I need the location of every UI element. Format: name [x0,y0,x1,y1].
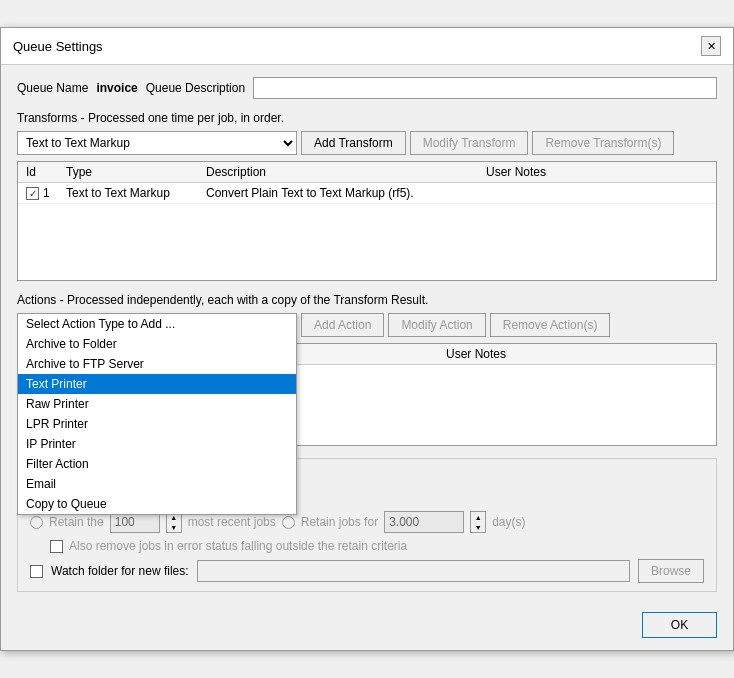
retain-the-label: Retain the [49,515,104,529]
add-action-button[interactable]: Add Action [301,313,384,337]
also-remove-label: Also remove jobs in error status falling… [69,539,407,553]
title-bar: Queue Settings ✕ [1,28,733,65]
transform-row-type: Text to Text Markup [66,186,206,200]
dropdown-item-archive-folder[interactable]: Archive to Folder [18,334,296,354]
watch-folder-row: Watch folder for new files: Browse [30,559,704,583]
transforms-col-type: Type [66,165,206,179]
ok-button[interactable]: OK [642,612,717,638]
also-remove-row: Also remove jobs in error status falling… [30,539,704,553]
dropdown-item-lpr-printer[interactable]: LPR Printer [18,414,296,434]
actions-dropdown-area: Select Action Type to Add ... Archive to… [17,313,297,337]
watch-folder-label: Watch folder for new files: [51,564,189,578]
transforms-toolbar: Text to Text Markup Add Transform Modify… [17,131,717,155]
add-transform-button[interactable]: Add Transform [301,131,406,155]
transforms-section-label: Transforms - Processed one time per job,… [17,111,717,125]
retain-jobs-label: Retain jobs for [301,515,378,529]
retain-days-down[interactable]: ▼ [471,522,485,532]
dropdown-item-archive-ftp[interactable]: Archive to FTP Server [18,354,296,374]
transform-row-id: ✓ 1 [26,186,66,200]
queue-name-row: Queue Name invoice Queue Description [17,77,717,99]
modify-transform-button[interactable]: Modify Transform [410,131,529,155]
retain-the-radio[interactable] [30,516,43,529]
retain-count-down[interactable]: ▼ [167,522,181,532]
modify-action-button[interactable]: Modify Action [388,313,485,337]
actions-dropdown-list: Select Action Type to Add ... Archive to… [17,313,297,515]
dropdown-item-filter-action[interactable]: Filter Action [18,454,296,474]
actions-section-label: Actions - Processed independently, each … [17,293,717,307]
transforms-section: Transforms - Processed one time per job,… [17,111,717,281]
transforms-col-id: Id [26,165,66,179]
most-recent-label: most recent jobs [188,515,276,529]
queue-desc-label: Queue Description [146,81,245,95]
transforms-table: Id Type Description User Notes ✓ 1 Text … [17,161,717,281]
dropdown-item-raw-printer[interactable]: Raw Printer [18,394,296,414]
footer-row: OK [17,604,717,638]
also-remove-checkbox[interactable] [50,540,63,553]
retain-days-input[interactable] [384,511,464,533]
actions-col-notes: User Notes [446,347,708,361]
table-row[interactable]: ✓ 1 Text to Text Markup Convert Plain Te… [18,183,716,204]
queue-description-input[interactable] [253,77,717,99]
transform-row-desc: Convert Plain Text to Text Markup (rf5). [206,186,486,200]
days-label: day(s) [492,515,525,529]
close-button[interactable]: ✕ [701,36,721,56]
dropdown-item-text-printer[interactable]: Text Printer [18,374,296,394]
retain-days-spinner[interactable]: ▲ ▼ [470,511,486,533]
dropdown-item-select[interactable]: Select Action Type to Add ... [18,314,296,334]
browse-button[interactable]: Browse [638,559,704,583]
actions-section: Actions - Processed independently, each … [17,293,717,446]
transforms-col-desc: Description [206,165,486,179]
queue-name-value: invoice [96,81,137,95]
queue-name-label: Queue Name [17,81,88,95]
watch-folder-checkbox[interactable] [30,565,43,578]
actions-toolbar: Select Action Type to Add ... Archive to… [17,313,717,337]
transforms-col-notes: User Notes [486,165,708,179]
watch-folder-input[interactable] [197,560,630,582]
dropdown-item-email[interactable]: Email [18,474,296,494]
dropdown-item-ip-printer[interactable]: IP Printer [18,434,296,454]
transform-checkbox[interactable]: ✓ [26,187,39,200]
queue-settings-dialog: Queue Settings ✕ Queue Name invoice Queu… [0,27,734,651]
dropdown-item-copy-queue[interactable]: Copy to Queue [18,494,296,514]
dialog-title: Queue Settings [13,39,103,54]
retain-jobs-radio[interactable] [282,516,295,529]
transforms-type-dropdown[interactable]: Text to Text Markup [17,131,297,155]
retain-days-up[interactable]: ▲ [471,512,485,522]
remove-action-button[interactable]: Remove Action(s) [490,313,611,337]
remove-transform-button[interactable]: Remove Transform(s) [532,131,674,155]
transforms-table-header: Id Type Description User Notes [18,162,716,183]
